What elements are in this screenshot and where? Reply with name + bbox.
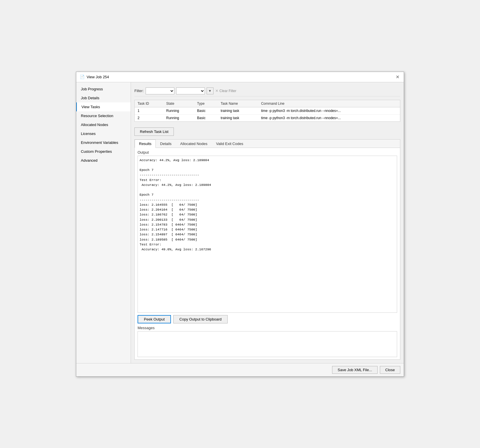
col-command-line: Command Line [258, 100, 400, 107]
messages-section: Messages [135, 325, 400, 359]
results-panel: ResultsDetailsAllocated NodesValid Exit … [134, 139, 400, 360]
clear-filter-x-icon: ✕ [215, 89, 218, 93]
sidebar-item-resource-selection[interactable]: Resource Selection [76, 111, 131, 120]
sidebar-item-allocated-nodes[interactable]: Allocated Nodes [76, 120, 131, 129]
cell-type: Basic [194, 107, 218, 114]
filter-label: Filter: [134, 89, 144, 93]
filter-dropdown-2[interactable] [176, 87, 205, 94]
cell-command_line: time -p python3 -m torch.distributed.run… [258, 114, 400, 121]
tab-details[interactable]: Details [156, 140, 176, 148]
main-content: Filter: ▼ ✕ Clear Filter Ta [131, 82, 404, 363]
clear-filter-label: Clear Filter [220, 89, 237, 93]
sidebar-item-environment-variables[interactable]: Environment Variables [76, 138, 131, 147]
sidebar-item-job-progress[interactable]: Job Progress [76, 85, 131, 94]
col-type: Type [194, 100, 218, 107]
window-title: View Job 254 [87, 75, 109, 79]
clear-filter-button[interactable]: ✕ Clear Filter [215, 89, 237, 93]
table-row[interactable]: 1RunningBasictraining tasktime -p python… [135, 107, 400, 114]
cell-task_name: training task [218, 114, 258, 121]
results-tab-bar: ResultsDetailsAllocated NodesValid Exit … [135, 140, 400, 148]
messages-label: Messages [138, 326, 397, 330]
save-xml-button[interactable]: Save Job XML File... [332, 366, 377, 374]
refresh-task-list-button[interactable]: Refresh Task List [134, 127, 174, 136]
title-bar-left: 📄 View Job 254 [80, 75, 109, 79]
close-button[interactable]: Close [380, 366, 400, 374]
sidebar: Job ProgressJob DetailsView TasksResourc… [76, 82, 131, 363]
window-body: Job ProgressJob DetailsView TasksResourc… [76, 82, 404, 363]
cell-task_id: 1 [135, 107, 163, 114]
sidebar-item-job-details[interactable]: Job Details [76, 94, 131, 102]
cell-task_name: training task [218, 107, 258, 114]
sidebar-item-custom-properties[interactable]: Custom Properties [76, 147, 131, 156]
sidebar-item-view-tasks[interactable]: View Tasks [76, 102, 131, 111]
table-row[interactable]: 2RunningBasictraining tasktime -p python… [135, 114, 400, 121]
sidebar-item-advanced[interactable]: Advanced [76, 156, 131, 165]
cell-task_id: 2 [135, 114, 163, 121]
cell-command_line: time -p python3 -m torch.distributed.run… [258, 107, 400, 114]
filter-apply-button[interactable]: ▼ [207, 87, 214, 94]
tab-results[interactable]: Results [135, 140, 156, 148]
filter-dropdown-1[interactable] [146, 87, 174, 94]
title-bar: 📄 View Job 254 ✕ [76, 72, 404, 82]
task-table: Task ID State Type Task Name Command Lin… [135, 100, 400, 121]
filter-bar: Filter: ▼ ✕ Clear Filter [134, 86, 400, 96]
cell-state: Running [163, 107, 194, 114]
col-task-name: Task Name [218, 100, 258, 107]
sidebar-item-licenses[interactable]: Licenses [76, 129, 131, 138]
cell-type: Basic [194, 114, 218, 121]
output-button-row: Peek Output Copy Output to Clipboard [138, 315, 397, 323]
output-label: Output [138, 150, 397, 155]
output-textarea[interactable] [138, 156, 397, 313]
window-icon: 📄 [80, 75, 84, 79]
window-close-button[interactable]: ✕ [395, 74, 400, 80]
tab-allocated-nodes[interactable]: Allocated Nodes [176, 140, 212, 148]
peek-output-button[interactable]: Peek Output [138, 315, 171, 323]
task-table-area: Task ID State Type Task Name Command Lin… [134, 100, 400, 122]
cell-state: Running [163, 114, 194, 121]
col-state: State [163, 100, 194, 107]
output-section: Output Peek Output Copy Output to Clipbo… [135, 148, 400, 325]
messages-textarea[interactable] [138, 331, 397, 357]
tab-valid-exit-codes[interactable]: Valid Exit Codes [212, 140, 247, 148]
copy-output-button[interactable]: Copy Output to Clipboard [173, 315, 228, 323]
window-footer: Save Job XML File... Close [76, 363, 404, 376]
col-task-id: Task ID [135, 100, 163, 107]
main-window: 📄 View Job 254 ✕ Job ProgressJob Details… [76, 72, 404, 377]
